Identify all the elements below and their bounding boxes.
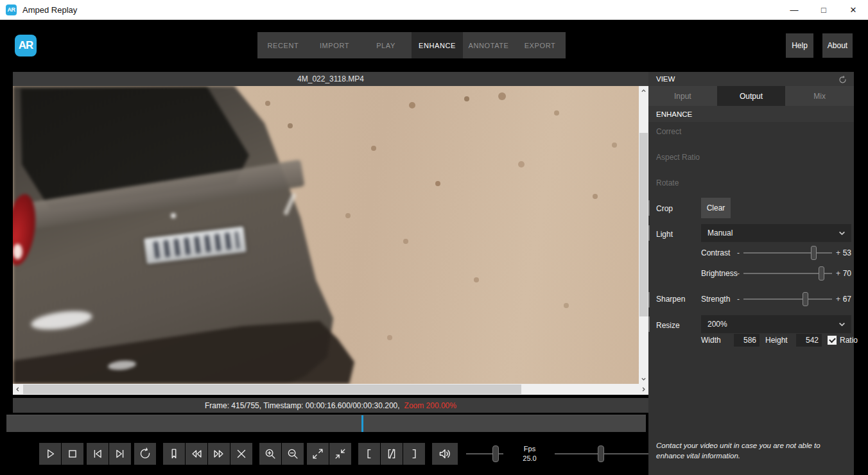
tool-aspect-ratio[interactable]: Aspect Ratio bbox=[656, 153, 700, 162]
vertical-scrollbar[interactable] bbox=[639, 86, 648, 384]
play-button[interactable] bbox=[39, 443, 61, 465]
contrast-slider-thumb[interactable] bbox=[811, 246, 817, 260]
tab-input[interactable]: Input bbox=[648, 86, 717, 106]
reset-enhance-button[interactable] bbox=[838, 75, 847, 87]
tool-sharpen[interactable]: Sharpen bbox=[656, 295, 685, 304]
tool-light[interactable]: Light bbox=[656, 230, 673, 239]
tab-play[interactable]: PLAY bbox=[360, 32, 412, 58]
strength-minus[interactable]: - bbox=[737, 295, 740, 304]
video-frame[interactable] bbox=[13, 86, 648, 384]
tab-enhance[interactable]: ENHANCE bbox=[412, 32, 463, 58]
view-section-header: VIEW bbox=[648, 72, 854, 86]
brightness-slider-track[interactable] bbox=[743, 273, 832, 274]
stop-button[interactable] bbox=[62, 443, 83, 465]
zoom-out-icon bbox=[286, 447, 300, 461]
car-image bbox=[13, 86, 648, 384]
about-button[interactable]: About bbox=[822, 33, 853, 58]
view-tabs: Input Output Mix bbox=[648, 86, 854, 106]
tab-recent[interactable]: RECENT bbox=[257, 32, 309, 58]
crop-clear-button[interactable]: Clear bbox=[701, 198, 731, 218]
next-frame-button[interactable] bbox=[109, 443, 131, 465]
tool-resize[interactable]: Resize bbox=[656, 321, 680, 330]
close-button[interactable]: ✕ bbox=[838, 0, 868, 20]
mark-in-button[interactable] bbox=[358, 443, 380, 465]
contrast-minus[interactable]: - bbox=[737, 248, 740, 257]
app-logo-icon: AR bbox=[6, 4, 17, 15]
tab-mix[interactable]: Mix bbox=[785, 86, 854, 106]
bookmark-button[interactable] bbox=[163, 443, 185, 465]
chevron-down-icon bbox=[838, 230, 846, 237]
taillight-glint bbox=[13, 244, 22, 259]
zoom-fit-button[interactable] bbox=[307, 443, 329, 465]
strength-slider-track[interactable] bbox=[743, 298, 832, 300]
resize-preset-value: 200% bbox=[707, 320, 727, 329]
cancel-button[interactable] bbox=[230, 443, 252, 465]
contrast-label: Contrast bbox=[701, 248, 730, 257]
maximize-button[interactable]: □ bbox=[809, 0, 838, 20]
horizontal-scrollbar[interactable] bbox=[13, 384, 648, 395]
crop-active-tick bbox=[648, 200, 650, 216]
clear-marks-button[interactable] bbox=[381, 443, 403, 465]
fast-forward-icon bbox=[212, 447, 226, 461]
fps-value: 25.0 bbox=[515, 454, 544, 463]
height-field[interactable] bbox=[796, 334, 822, 347]
cancel-icon bbox=[234, 447, 248, 461]
brightness-slider-thumb[interactable] bbox=[819, 266, 824, 281]
tab-import[interactable]: IMPORT bbox=[309, 32, 360, 58]
zoom-actual-icon bbox=[333, 447, 347, 461]
contrast-slider-track[interactable] bbox=[743, 252, 832, 254]
advisory-note: Contact your video unit in case you are … bbox=[656, 440, 847, 461]
main-nav: RECENT IMPORT PLAY ENHANCE ANNOTATE EXPO… bbox=[257, 32, 566, 58]
zoom-in-icon bbox=[263, 447, 277, 461]
window-title: Amped Replay bbox=[22, 5, 77, 15]
strength-slider-thumb[interactable] bbox=[803, 292, 808, 306]
zoom-actual-button[interactable] bbox=[329, 443, 351, 465]
enhance-panel: VIEW Input Output Mix ENHANCE Correct As… bbox=[648, 72, 854, 475]
brightness-minus[interactable]: - bbox=[737, 269, 740, 278]
width-field[interactable] bbox=[734, 334, 759, 347]
tool-crop[interactable]: Crop bbox=[656, 204, 673, 213]
zoom-in-button[interactable] bbox=[259, 443, 281, 465]
timeline-track[interactable] bbox=[6, 415, 646, 432]
enhance-section-header: ENHANCE bbox=[648, 106, 854, 122]
light-mode-value: Manual bbox=[707, 229, 733, 238]
tool-rotate[interactable]: Rotate bbox=[656, 178, 679, 187]
tab-export[interactable]: EXPORT bbox=[514, 32, 566, 58]
light-mode-dropdown[interactable]: Manual bbox=[701, 224, 851, 242]
resize-preset-dropdown[interactable]: 200% bbox=[701, 315, 851, 333]
tab-annotate[interactable]: ANNOTATE bbox=[463, 32, 514, 58]
light-active-tick bbox=[648, 225, 650, 241]
scroll-down-icon[interactable] bbox=[639, 374, 648, 384]
help-button[interactable]: Help bbox=[786, 33, 813, 58]
bookmark-icon bbox=[167, 447, 181, 461]
brightness-slider: Brightness - + 70 bbox=[701, 266, 851, 281]
brand-logo-icon: AR bbox=[15, 35, 37, 56]
zoom-out-button[interactable] bbox=[282, 443, 304, 465]
vertical-scrollbar-thumb[interactable] bbox=[639, 133, 648, 316]
strength-label: Strength bbox=[701, 295, 730, 304]
loop-button[interactable] bbox=[134, 443, 156, 465]
scroll-right-icon[interactable] bbox=[639, 384, 648, 394]
ratio-checkbox[interactable] bbox=[828, 336, 837, 345]
brightness-value: 70 bbox=[837, 269, 851, 278]
scroll-up-icon[interactable] bbox=[639, 86, 648, 96]
previous-frame-button[interactable] bbox=[87, 443, 108, 465]
titlebar: AR Amped Replay — □ ✕ bbox=[0, 0, 868, 20]
horizontal-scrollbar-thumb[interactable] bbox=[23, 384, 521, 394]
speed-slider[interactable] bbox=[555, 444, 648, 463]
mark-out-button[interactable] bbox=[403, 443, 425, 465]
volume-slider-thumb[interactable] bbox=[492, 445, 499, 462]
tab-output[interactable]: Output bbox=[717, 86, 786, 106]
playhead[interactable] bbox=[361, 415, 363, 433]
rewind-button[interactable] bbox=[186, 443, 207, 465]
window-controls: — □ ✕ bbox=[779, 0, 868, 20]
volume-slider[interactable] bbox=[466, 444, 503, 463]
scroll-left-icon[interactable] bbox=[13, 384, 22, 394]
fast-forward-button[interactable] bbox=[208, 443, 230, 465]
resize-active-tick bbox=[648, 316, 650, 332]
speed-slider-thumb[interactable] bbox=[598, 445, 604, 462]
minimize-button[interactable]: — bbox=[779, 0, 809, 20]
width-label: Width bbox=[701, 336, 721, 345]
audio-button[interactable] bbox=[432, 443, 458, 465]
tool-correct[interactable]: Correct bbox=[656, 127, 681, 136]
